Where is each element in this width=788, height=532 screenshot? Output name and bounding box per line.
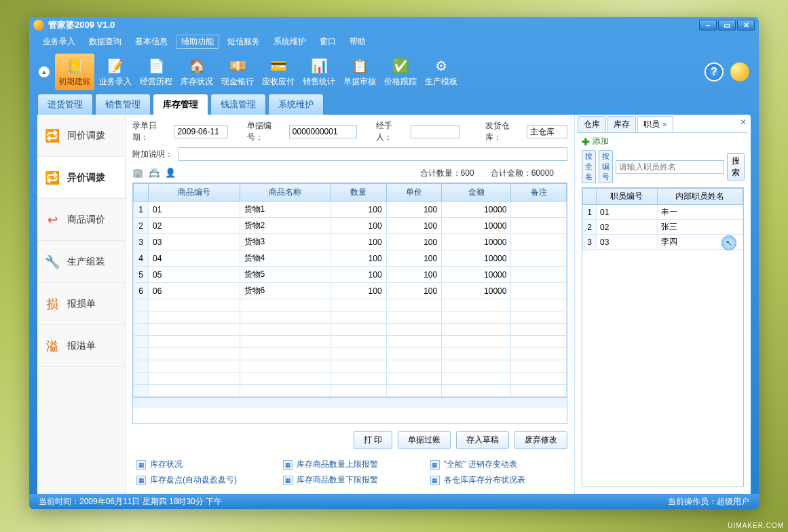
grid-header[interactable] [583,189,597,205]
toolbar-icon: 💴 [229,57,246,75]
grid-tool-icon[interactable]: 👤 [165,168,176,178]
right-panel-tab[interactable]: 仓库 [578,116,606,132]
note-input[interactable] [179,147,567,161]
table-row[interactable] [134,348,567,360]
toolbar-button[interactable]: 📊销售统计 [299,54,339,90]
main-tab[interactable]: 进货管理 [37,94,93,115]
report-link[interactable]: ▦库存商品数量下限报警 [283,474,416,486]
employee-search-input[interactable] [616,160,724,174]
right-panel-tab[interactable]: 库存 [607,116,636,132]
report-link[interactable]: ▦库存状况 [136,459,269,470]
tab-close-icon[interactable]: ✕ [662,121,667,128]
main-tab[interactable]: 销售管理 [95,94,151,115]
menu-item[interactable]: 短信服务 [222,35,265,49]
grid-tool-icon[interactable]: 📇 [149,168,160,178]
main-tab[interactable]: 库存管理 [153,94,208,115]
status-time: 当前时间：2009年06月11日 星期四 18时30分 下午 [39,496,222,508]
grid-header[interactable] [134,184,149,202]
action-button[interactable]: 存入草稿 [456,431,509,449]
table-row[interactable]: 404货物4 10010010000 [134,250,567,267]
main-tab[interactable]: 系统维护 [268,94,324,115]
action-buttons: 打 印单据过账存入草稿废弃修改 [126,424,574,456]
grid-header[interactable]: 内部职员姓名 [657,189,743,205]
toolbar-button[interactable]: 💳应收应付 [259,54,298,90]
filter-by-code[interactable]: 按编号 [599,150,613,183]
action-button[interactable]: 废弃修改 [514,431,567,449]
toolbar-button[interactable]: ⚙生产模板 [421,54,461,90]
main-tab[interactable]: 钱流管理 [210,94,266,115]
report-link[interactable]: ▦库存商品数量上限报警 [283,459,416,470]
table-row[interactable]: 202货物2 10010010000 [134,218,567,234]
grid-scrollbar[interactable] [133,397,567,408]
minimize-button[interactable]: – [699,20,717,31]
report-link[interactable]: ▦库存盘点(自动盘盈盘亏) [136,474,269,486]
action-button[interactable]: 单据过账 [398,431,451,449]
report-link[interactable]: ▦"全能" 进销存变动表 [430,459,563,470]
grid-header[interactable]: 数量 [331,184,387,202]
handler-input[interactable] [411,125,459,138]
menu-item[interactable]: 辅助功能 [176,35,219,49]
table-row[interactable] [134,336,567,348]
action-button[interactable]: 打 印 [354,431,392,449]
sidebar-item[interactable]: 🔁异价调拨 [37,157,125,199]
grid-header[interactable]: 职员编号 [597,189,658,205]
table-row[interactable]: 101丰一 [583,205,743,220]
report-link[interactable]: ▦各仓库库存分布状况表 [430,474,563,486]
grid-header[interactable]: 商品编号 [149,184,240,202]
sidebar-item[interactable]: ↩商品调价 [37,199,125,241]
main-tabs: 进货管理销售管理库存管理钱流管理系统维护 [29,94,759,115]
sidebar-item[interactable]: 溢报溢单 [37,325,125,367]
date-input[interactable] [174,125,228,138]
handler-label: 经手人： [376,120,405,143]
filter-by-name[interactable]: 按全名 [582,150,596,183]
table-row[interactable] [134,311,567,324]
help-icon[interactable]: ? [705,62,724,81]
table-row[interactable] [134,324,567,336]
table-row[interactable]: 606货物6 10010010000 [134,283,567,299]
maximize-button[interactable]: ▭ [718,20,736,31]
sidebar-item[interactable]: 🔁同价调拨 [37,115,125,157]
table-row[interactable]: 303李四 [583,235,743,250]
menu-item[interactable]: 业务录入 [37,35,81,49]
toolbar-button[interactable]: 📄经营历程 [136,54,176,90]
toolbar-button[interactable]: 📝业务录入 [96,54,135,90]
table-row[interactable] [134,299,567,311]
sidebar-icon: 损 [44,296,60,312]
grid-header[interactable]: 备注 [511,184,567,202]
main-grid[interactable]: 商品编号商品名称数量单价金额备注 101货物1 10010010000 202货… [132,183,567,424]
table-row[interactable] [134,373,567,385]
right-panel-tab[interactable]: 职员✕ [637,116,673,132]
table-row[interactable]: 505货物5 10010010000 [134,267,567,283]
grid-header[interactable]: 商品名称 [240,184,331,202]
docno-input[interactable] [289,125,357,138]
warehouse-input[interactable] [527,125,567,138]
toolbar-button[interactable]: 💴现金银行 [218,54,257,90]
toolbar-button[interactable]: 🏠库存状况 [177,54,217,90]
table-row[interactable] [134,385,567,397]
toolbar-button[interactable]: 📋单据审核 [340,54,379,90]
sidebar-item[interactable]: 🔧生产组装 [37,241,125,283]
menu-item[interactable]: 数据查询 [83,35,127,49]
close-button[interactable]: ✕ [737,20,755,31]
toolbar-collapse-icon[interactable]: ▲ [39,66,50,77]
grid-header[interactable]: 金额 [442,184,511,202]
table-row[interactable]: 202张三 [583,220,743,235]
scroll-up-icon[interactable]: ↖ [721,235,736,250]
menu-item[interactable]: 系统维护 [268,35,312,49]
grid-header[interactable]: 单价 [386,184,442,202]
sidebar-item[interactable]: 损报损单 [37,283,125,325]
menu-item[interactable]: 窗口 [314,35,341,49]
panel-close-icon[interactable]: ✕ [738,117,748,127]
table-row[interactable] [134,360,567,373]
menu-item[interactable]: 基本信息 [130,35,173,49]
search-button[interactable]: 搜索 [727,153,745,180]
grid-tool-icon[interactable]: 🏢 [132,168,143,178]
extras-icon[interactable] [730,62,749,81]
table-row[interactable]: 303货物3 10010010000 [134,234,567,250]
employee-grid[interactable]: 职员编号内部职员姓名101丰一202张三303李四 ↖ [582,187,744,487]
add-button[interactable]: ✚ 添加 [578,133,748,150]
toolbar-button[interactable]: 📒初期建账 [55,54,94,90]
toolbar-button[interactable]: ✅价格跟踪 [381,54,420,90]
table-row[interactable]: 101货物1 10010010000 [134,202,567,218]
menu-item[interactable]: 帮助 [344,35,371,49]
